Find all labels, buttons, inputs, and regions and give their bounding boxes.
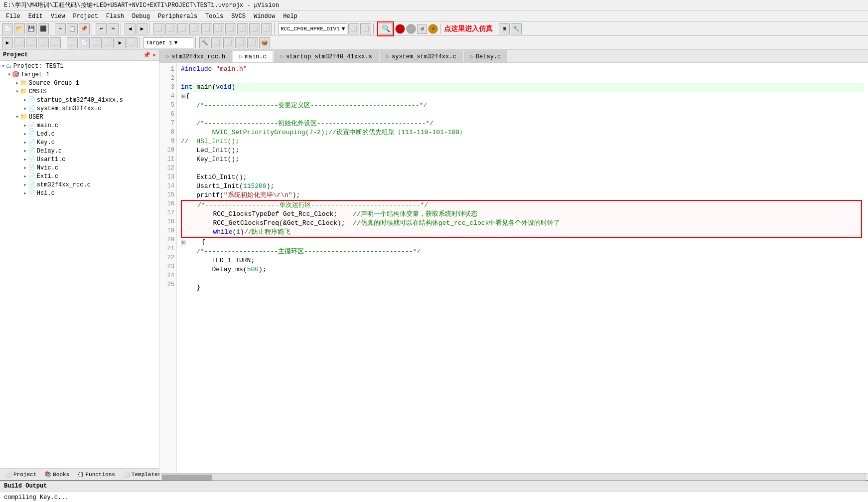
tree-project-root[interactable]: ▼ 🗂 Project: TEST1 bbox=[0, 62, 159, 70]
tab-startup[interactable]: ▷ startup_stm32f40_41xxx.s bbox=[274, 50, 379, 62]
tree-cmsis[interactable]: ▼ 📁 CMSIS bbox=[0, 87, 159, 96]
step-btn[interactable]: ⚡ bbox=[428, 24, 438, 34]
tb2-btn7[interactable]: 📄 bbox=[79, 37, 90, 48]
tab-books[interactable]: 📚 Books bbox=[41, 470, 72, 479]
reset-btn[interactable]: ↺ bbox=[417, 24, 427, 34]
tb2-btn15[interactable]: ⬜ bbox=[235, 37, 246, 48]
tb2-btn12[interactable]: 🔨 bbox=[199, 37, 210, 48]
target-icon: 🎯 bbox=[12, 71, 19, 78]
target-dropdown[interactable]: Target 1 ▼ bbox=[144, 37, 193, 48]
menu-flash[interactable]: Flash bbox=[102, 12, 128, 21]
cut-btn[interactable]: ✂ bbox=[55, 23, 66, 34]
tab-main-c[interactable]: ▷ main.c bbox=[233, 50, 273, 63]
undo-btn[interactable]: ↩ bbox=[96, 23, 107, 34]
tree-led[interactable]: ▶ 📄 Led.c bbox=[0, 130, 159, 138]
menu-window[interactable]: Window bbox=[250, 12, 279, 21]
btn8[interactable]: ⬜ bbox=[237, 23, 248, 34]
tb2-btn5[interactable]: ⬜ bbox=[50, 37, 61, 48]
expand-icon: ▶ bbox=[24, 166, 26, 170]
project-close-btn[interactable]: ✕ bbox=[152, 51, 156, 59]
new-file-btn[interactable]: 📄 bbox=[2, 23, 13, 34]
tb2-btn11[interactable]: ⬜ bbox=[127, 37, 138, 48]
btn1[interactable]: ⬜ bbox=[153, 23, 164, 34]
nav-forward-btn[interactable]: ▶ bbox=[137, 23, 147, 34]
tree-rcc[interactable]: ▶ 📄 stm32f4xx_rcc.c bbox=[0, 180, 159, 189]
save-all-btn[interactable]: ⬛ bbox=[38, 23, 49, 34]
tab-rcc-h[interactable]: ▷ stm32f4xx_rcc.h bbox=[159, 50, 232, 62]
stop-debug-btn[interactable] bbox=[395, 24, 405, 34]
menu-edit[interactable]: Edit bbox=[24, 12, 47, 21]
tab-templates[interactable]: ⬜ Templates bbox=[120, 470, 164, 479]
btn4[interactable]: ⬜ bbox=[189, 23, 200, 34]
tree-nvic[interactable]: ▶ 📄 Nvic.c bbox=[0, 164, 159, 172]
menu-svcs[interactable]: SVCS bbox=[227, 12, 250, 21]
nav-back-btn[interactable]: ◀ bbox=[125, 23, 136, 34]
tb2-btn4[interactable]: ⬜ bbox=[38, 37, 49, 48]
tb2-btn10[interactable]: ▶ bbox=[115, 37, 126, 48]
tb2-btn2[interactable]: ⬜ bbox=[14, 37, 25, 48]
file-icon: 📄 bbox=[28, 189, 35, 197]
copy-btn[interactable]: 📋 bbox=[67, 23, 78, 34]
tree-delay[interactable]: ▶ 📄 Delay.c bbox=[0, 147, 159, 155]
delay-label: Delay.c bbox=[37, 148, 62, 155]
save-btn[interactable]: 💾 bbox=[26, 23, 37, 34]
tree-startup[interactable]: ▶ 📄 startup_stm32f40_41xxx.s bbox=[0, 96, 159, 104]
menu-debug[interactable]: Debug bbox=[128, 12, 154, 21]
tab-system[interactable]: ▷ system_stm32f4xx.c bbox=[380, 50, 463, 62]
btn7[interactable]: ⬜ bbox=[225, 23, 236, 34]
settings-btn[interactable]: 🔧 bbox=[511, 23, 522, 34]
menu-view[interactable]: View bbox=[47, 12, 69, 21]
paste-btn[interactable]: 📌 bbox=[79, 23, 90, 34]
tree-usart1[interactable]: ▶ 📄 Usart1.c bbox=[0, 155, 159, 164]
btn-browse[interactable]: ⬜ bbox=[360, 23, 371, 34]
code-line-17: RCC_ClocksTypeDef Get_Rcc_Clock; //声明一个结… bbox=[182, 210, 861, 219]
tab-project[interactable]: ⬜ Project bbox=[2, 470, 39, 479]
pause-btn[interactable] bbox=[406, 24, 416, 34]
tb2-btn3[interactable]: ⬜ bbox=[26, 37, 37, 48]
dropdown-rcc[interactable]: RCC_CFGR_HPRE_DIV1 ▼ bbox=[278, 23, 347, 34]
start-debug-btn[interactable]: 🔍 bbox=[379, 23, 393, 35]
tree-main[interactable]: ▶ 📄 main.c bbox=[0, 121, 159, 130]
btn9[interactable]: ⬜ bbox=[249, 23, 260, 34]
tb2-btn9[interactable]: ⬜ bbox=[103, 37, 114, 48]
tb2-btn13[interactable]: ⬜ bbox=[211, 37, 222, 48]
code-content[interactable]: #include "main.h" int main(void) ▶{ /*--… bbox=[177, 63, 868, 473]
menu-file[interactable]: File bbox=[2, 12, 24, 21]
tb2-btn1[interactable]: ▶ bbox=[2, 37, 13, 48]
tree-user[interactable]: ▼ 📁 USER bbox=[0, 113, 159, 121]
tree-hsi[interactable]: ▶ 📄 Hsi.c bbox=[0, 189, 159, 197]
btn6[interactable]: ⬜ bbox=[213, 23, 224, 34]
project-pin-btn[interactable]: 📌 bbox=[143, 51, 150, 59]
expand-icon: ▶ bbox=[24, 157, 26, 162]
tree-key[interactable]: ▶ 📄 Key.c bbox=[0, 138, 159, 147]
tb2-btn14[interactable]: ⬜ bbox=[223, 37, 234, 48]
windows-btn[interactable]: ⊞ bbox=[499, 23, 510, 34]
btn5[interactable]: ⬜ bbox=[201, 23, 212, 34]
project-header: Project 📌 ✕ bbox=[0, 50, 159, 61]
tree-target1[interactable]: ▼ 🎯 Target 1 bbox=[0, 70, 159, 79]
tab-delay[interactable]: ▷ Delay.c bbox=[464, 50, 508, 62]
tb2-btn6[interactable]: ⬜ bbox=[67, 37, 78, 48]
sep2 bbox=[92, 23, 94, 34]
tab-functions[interactable]: {} Functions bbox=[74, 471, 118, 479]
tb2-btn17[interactable]: 📦 bbox=[259, 37, 270, 48]
menu-tools[interactable]: Tools bbox=[201, 12, 227, 21]
tree-system[interactable]: ▶ 📄 system_stm32f4xx.c bbox=[0, 104, 159, 113]
menu-help[interactable]: Help bbox=[279, 12, 301, 21]
open-btn[interactable]: 📂 bbox=[14, 23, 25, 34]
btn3[interactable]: ⬜ bbox=[177, 23, 188, 34]
tb2-btn16[interactable]: ⬜ bbox=[247, 37, 258, 48]
menu-project[interactable]: Project bbox=[69, 12, 102, 21]
expand-icon: ▶ bbox=[16, 81, 18, 85]
tree-exti[interactable]: ▶ 📄 Exti.c bbox=[0, 172, 159, 180]
horizontal-scrollbar[interactable] bbox=[159, 473, 868, 480]
tree-source-group[interactable]: ▶ 📁 Source Group 1 bbox=[0, 79, 159, 87]
btn-load[interactable]: ⬜ bbox=[348, 23, 359, 34]
btn10[interactable]: ⬜ bbox=[261, 23, 272, 34]
code-area[interactable]: 12345 678910 1112131415 1617181920 21222… bbox=[159, 63, 868, 473]
menu-peripherals[interactable]: Peripherals bbox=[154, 12, 201, 21]
tb2-btn8[interactable]: ⬜ bbox=[91, 37, 102, 48]
redo-btn[interactable]: ↪ bbox=[108, 23, 119, 34]
btn2[interactable]: ⬜ bbox=[165, 23, 176, 34]
code-line-21: /*-------------------主循环区---------------… bbox=[181, 247, 864, 256]
